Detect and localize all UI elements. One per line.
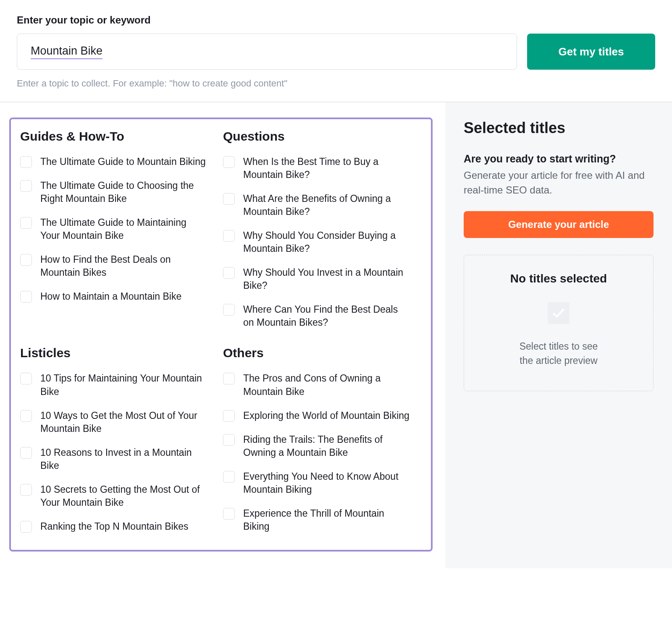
main-area: Guides & How-ToThe Ultimate Guide to Mou…	[0, 102, 672, 568]
title-text: The Ultimate Guide to Maintaining Your M…	[40, 216, 208, 242]
title-item: 10 Reasons to Invest in a Mountain Bike	[20, 446, 219, 472]
topic-section: Enter your topic or keyword Mountain Bik…	[0, 0, 672, 102]
title-checkbox[interactable]	[223, 410, 235, 422]
title-checkbox[interactable]	[20, 291, 32, 303]
title-item: When Is the Best Time to Buy a Mountain …	[223, 155, 422, 181]
title-item: The Ultimate Guide to Maintaining Your M…	[20, 216, 219, 242]
titles-column: Guides & How-ToThe Ultimate Guide to Mou…	[0, 102, 445, 568]
no-titles-box: No titles selected Select titles to see …	[464, 255, 654, 391]
title-text: How to Maintain a Mountain Bike	[40, 290, 181, 303]
title-checkbox[interactable]	[223, 230, 235, 242]
title-checkbox[interactable]	[20, 521, 32, 533]
category-title: Questions	[223, 129, 422, 144]
category-column: QuestionsWhen Is the Best Time to Buy a …	[223, 129, 422, 329]
title-text: How to Find the Best Deals on Mountain B…	[40, 253, 208, 279]
category-column: Guides & How-ToThe Ultimate Guide to Mou…	[20, 129, 219, 329]
title-checkbox[interactable]	[20, 156, 32, 168]
title-checkbox[interactable]	[20, 447, 32, 459]
title-text: Riding the Trails: The Benefits of Ownin…	[243, 433, 411, 459]
title-text: The Ultimate Guide to Choosing the Right…	[40, 179, 208, 205]
ready-desc: Generate your article for free with AI a…	[464, 168, 654, 198]
title-item: Everything You Need to Know About Mounta…	[223, 470, 422, 496]
title-checkbox[interactable]	[223, 434, 235, 446]
get-titles-button[interactable]: Get my titles	[527, 34, 655, 70]
title-checkbox[interactable]	[20, 410, 32, 422]
title-text: Why Should You Consider Buying a Mountai…	[243, 229, 411, 255]
topic-row: Mountain Bike Get my titles	[17, 34, 655, 70]
no-titles-heading: No titles selected	[474, 272, 643, 285]
title-text: Ranking the Top N Mountain Bikes	[40, 520, 188, 533]
title-text: What Are the Benefits of Owning a Mounta…	[243, 192, 411, 218]
title-checkbox[interactable]	[223, 508, 235, 520]
title-item: The Pros and Cons of Owning a Mountain B…	[223, 372, 422, 398]
title-text: Why Should You Invest in a Mountain Bike…	[243, 266, 411, 292]
title-item: Why Should You Consider Buying a Mountai…	[223, 229, 422, 255]
topic-hint-example: "how to create good content"	[169, 78, 287, 89]
category-column: Listicles10 Tips for Maintaining Your Mo…	[20, 346, 219, 533]
title-checkbox[interactable]	[20, 254, 32, 266]
title-checkbox[interactable]	[223, 471, 235, 483]
title-text: Everything You Need to Know About Mounta…	[243, 470, 411, 496]
title-checkbox[interactable]	[223, 304, 235, 316]
check-icon	[548, 302, 570, 324]
topic-input[interactable]: Mountain Bike	[17, 34, 517, 70]
title-checkbox[interactable]	[223, 373, 235, 384]
title-checkbox[interactable]	[223, 193, 235, 205]
title-checkbox[interactable]	[20, 180, 32, 192]
title-checkbox[interactable]	[223, 156, 235, 168]
title-text: The Pros and Cons of Owning a Mountain B…	[243, 372, 411, 398]
title-item: Ranking the Top N Mountain Bikes	[20, 520, 219, 533]
title-item: Where Can You Find the Best Deals on Mou…	[223, 303, 422, 329]
category-title: Others	[223, 346, 422, 360]
topic-hint: Enter a topic to collect. For example: "…	[17, 78, 655, 89]
title-text: 10 Reasons to Invest in a Mountain Bike	[40, 446, 208, 472]
category-column: OthersThe Pros and Cons of Owning a Moun…	[223, 346, 422, 533]
title-checkbox[interactable]	[20, 373, 32, 384]
title-checkbox[interactable]	[20, 484, 32, 496]
categories-box: Guides & How-ToThe Ultimate Guide to Mou…	[9, 118, 433, 552]
title-item: How to Find the Best Deals on Mountain B…	[20, 253, 219, 279]
title-text: Where Can You Find the Best Deals on Mou…	[243, 303, 411, 329]
category-title: Listicles	[20, 346, 219, 360]
title-text: The Ultimate Guide to Mountain Biking	[40, 155, 206, 168]
no-titles-desc: Select titles to see the article preview	[474, 339, 643, 368]
ready-heading: Are you ready to start writing?	[464, 153, 654, 165]
title-text: 10 Ways to Get the Most Out of Your Moun…	[40, 409, 208, 435]
selected-heading: Selected titles	[464, 119, 654, 137]
title-item: Why Should You Invest in a Mountain Bike…	[223, 266, 422, 292]
title-text: Experience the Thrill of Mountain Biking	[243, 507, 411, 533]
title-text: When Is the Best Time to Buy a Mountain …	[243, 155, 411, 181]
title-item: Experience the Thrill of Mountain Biking	[223, 507, 422, 533]
title-item: Riding the Trails: The Benefits of Ownin…	[223, 433, 422, 459]
title-checkbox[interactable]	[223, 267, 235, 279]
title-text: Exploring the World of Mountain Biking	[243, 409, 410, 422]
title-item: 10 Secrets to Getting the Most Out of Yo…	[20, 483, 219, 509]
title-checkbox[interactable]	[20, 217, 32, 229]
title-item: How to Maintain a Mountain Bike	[20, 290, 219, 303]
title-item: 10 Tips for Maintaining Your Mountain Bi…	[20, 372, 219, 398]
topic-input-value: Mountain Bike	[31, 44, 102, 59]
title-item: What Are the Benefits of Owning a Mounta…	[223, 192, 422, 218]
topic-label: Enter your topic or keyword	[17, 14, 655, 26]
selected-sidebar: Selected titles Are you ready to start w…	[445, 102, 672, 568]
topic-hint-prefix: Enter a topic to collect. For example:	[17, 78, 169, 89]
title-item: Exploring the World of Mountain Biking	[223, 409, 422, 422]
title-item: 10 Ways to Get the Most Out of Your Moun…	[20, 409, 219, 435]
title-text: 10 Tips for Maintaining Your Mountain Bi…	[40, 372, 208, 398]
title-item: The Ultimate Guide to Mountain Biking	[20, 155, 219, 168]
category-title: Guides & How-To	[20, 129, 219, 144]
title-text: 10 Secrets to Getting the Most Out of Yo…	[40, 483, 208, 509]
title-item: The Ultimate Guide to Choosing the Right…	[20, 179, 219, 205]
generate-article-button[interactable]: Generate your article	[464, 211, 654, 238]
